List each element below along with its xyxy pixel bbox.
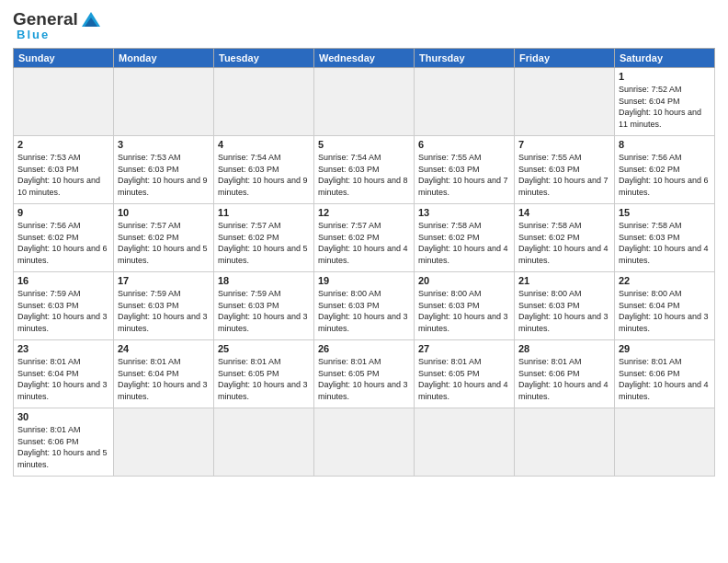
day-info: Sunrise: 7:58 AM Sunset: 6:02 PM Dayligh… [518,220,610,266]
day-cell [515,68,615,136]
day-cell: 4Sunrise: 7:54 AM Sunset: 6:03 PM Daylig… [214,136,314,204]
day-number: 1 [619,71,711,82]
day-info: Sunrise: 7:58 AM Sunset: 6:03 PM Dayligh… [619,220,711,266]
day-info: Sunrise: 7:54 AM Sunset: 6:03 PM Dayligh… [218,152,310,198]
day-cell [615,408,715,477]
col-sunday: Sunday [14,49,114,68]
day-info: Sunrise: 8:01 AM Sunset: 6:06 PM Dayligh… [518,356,610,402]
day-info: Sunrise: 8:01 AM Sunset: 6:05 PM Dayligh… [318,356,410,402]
day-cell: 14Sunrise: 7:58 AM Sunset: 6:02 PM Dayli… [515,204,615,272]
logo-area: General Blue [13,9,101,42]
col-monday: Monday [114,49,214,68]
day-cell: 27Sunrise: 8:01 AM Sunset: 6:05 PM Dayli… [415,340,515,408]
day-cell: 2Sunrise: 7:53 AM Sunset: 6:03 PM Daylig… [14,136,114,204]
day-number: 29 [619,343,711,354]
day-cell [314,68,415,136]
day-cell: 16Sunrise: 7:59 AM Sunset: 6:03 PM Dayli… [14,272,114,340]
day-info: Sunrise: 8:00 AM Sunset: 6:03 PM Dayligh… [418,288,510,334]
day-number: 10 [118,207,210,218]
day-number: 17 [118,275,210,286]
day-info: Sunrise: 7:57 AM Sunset: 6:02 PM Dayligh… [118,220,210,266]
day-cell: 17Sunrise: 7:59 AM Sunset: 6:03 PM Dayli… [114,272,214,340]
day-cell: 26Sunrise: 8:01 AM Sunset: 6:05 PM Dayli… [314,340,415,408]
day-number: 2 [17,139,109,150]
day-cell: 18Sunrise: 7:59 AM Sunset: 6:03 PM Dayli… [214,272,314,340]
day-info: Sunrise: 8:01 AM Sunset: 6:05 PM Dayligh… [218,356,310,402]
day-cell: 5Sunrise: 7:54 AM Sunset: 6:03 PM Daylig… [314,136,415,204]
day-cell: 3Sunrise: 7:53 AM Sunset: 6:03 PM Daylig… [114,136,214,204]
week-row-6: 30Sunrise: 8:01 AM Sunset: 6:06 PM Dayli… [14,408,715,477]
day-number: 8 [619,139,711,150]
day-info: Sunrise: 7:52 AM Sunset: 6:04 PM Dayligh… [619,84,711,130]
day-cell [314,408,415,477]
day-number: 6 [418,139,510,150]
week-row-2: 2Sunrise: 7:53 AM Sunset: 6:03 PM Daylig… [14,136,715,204]
week-row-1: 1Sunrise: 7:52 AM Sunset: 6:04 PM Daylig… [14,68,715,136]
day-info: Sunrise: 7:57 AM Sunset: 6:02 PM Dayligh… [218,220,310,266]
day-number: 15 [619,207,711,218]
day-number: 20 [418,275,510,286]
day-cell: 8Sunrise: 7:56 AM Sunset: 6:02 PM Daylig… [615,136,715,204]
day-info: Sunrise: 7:57 AM Sunset: 6:02 PM Dayligh… [318,220,410,266]
day-info: Sunrise: 8:01 AM Sunset: 6:06 PM Dayligh… [619,356,711,402]
day-number: 16 [17,275,109,286]
header-row: Sunday Monday Tuesday Wednesday Thursday… [14,49,715,68]
day-number: 5 [318,139,410,150]
day-cell [214,408,314,477]
day-info: Sunrise: 7:56 AM Sunset: 6:02 PM Dayligh… [619,152,711,198]
day-info: Sunrise: 7:59 AM Sunset: 6:03 PM Dayligh… [118,288,210,334]
day-info: Sunrise: 8:00 AM Sunset: 6:03 PM Dayligh… [318,288,410,334]
day-cell: 23Sunrise: 8:01 AM Sunset: 6:04 PM Dayli… [14,340,114,408]
week-row-3: 9Sunrise: 7:56 AM Sunset: 6:02 PM Daylig… [14,204,715,272]
day-number: 7 [518,139,610,150]
week-row-5: 23Sunrise: 8:01 AM Sunset: 6:04 PM Dayli… [14,340,715,408]
logo-triangle-icon [81,10,101,29]
day-number: 24 [118,343,210,354]
day-info: Sunrise: 7:58 AM Sunset: 6:02 PM Dayligh… [418,220,510,266]
day-number: 18 [218,275,310,286]
day-info: Sunrise: 8:01 AM Sunset: 6:04 PM Dayligh… [118,356,210,402]
col-wednesday: Wednesday [314,49,415,68]
day-info: Sunrise: 7:53 AM Sunset: 6:03 PM Dayligh… [17,152,109,198]
header: General Blue [13,9,715,42]
day-cell: 6Sunrise: 7:55 AM Sunset: 6:03 PM Daylig… [415,136,515,204]
day-number: 9 [17,207,109,218]
day-cell [415,68,515,136]
week-row-4: 16Sunrise: 7:59 AM Sunset: 6:03 PM Dayli… [14,272,715,340]
day-number: 25 [218,343,310,354]
page: General Blue Sunday Monday Tuesday Wedne… [0,0,728,563]
day-cell: 30Sunrise: 8:01 AM Sunset: 6:06 PM Dayli… [14,408,114,477]
day-number: 3 [118,139,210,150]
day-info: Sunrise: 8:01 AM Sunset: 6:06 PM Dayligh… [17,424,109,470]
day-cell: 15Sunrise: 7:58 AM Sunset: 6:03 PM Dayli… [615,204,715,272]
day-cell: 21Sunrise: 8:00 AM Sunset: 6:03 PM Dayli… [515,272,615,340]
day-cell: 9Sunrise: 7:56 AM Sunset: 6:02 PM Daylig… [14,204,114,272]
day-cell: 25Sunrise: 8:01 AM Sunset: 6:05 PM Dayli… [214,340,314,408]
day-cell: 10Sunrise: 7:57 AM Sunset: 6:02 PM Dayli… [114,204,214,272]
day-info: Sunrise: 7:55 AM Sunset: 6:03 PM Dayligh… [418,152,510,198]
day-number: 27 [418,343,510,354]
day-number: 19 [318,275,410,286]
day-info: Sunrise: 8:01 AM Sunset: 6:04 PM Dayligh… [17,356,109,402]
day-cell [415,408,515,477]
calendar-table: Sunday Monday Tuesday Wednesday Thursday… [13,48,715,477]
day-cell: 20Sunrise: 8:00 AM Sunset: 6:03 PM Dayli… [415,272,515,340]
day-cell: 1Sunrise: 7:52 AM Sunset: 6:04 PM Daylig… [615,68,715,136]
day-number: 14 [518,207,610,218]
day-number: 22 [619,275,711,286]
day-cell [114,408,214,477]
col-tuesday: Tuesday [214,49,314,68]
day-number: 21 [518,275,610,286]
day-cell: 13Sunrise: 7:58 AM Sunset: 6:02 PM Dayli… [415,204,515,272]
day-cell: 29Sunrise: 8:01 AM Sunset: 6:06 PM Dayli… [615,340,715,408]
col-friday: Friday [515,49,615,68]
day-info: Sunrise: 8:00 AM Sunset: 6:04 PM Dayligh… [619,288,711,334]
day-cell: 12Sunrise: 7:57 AM Sunset: 6:02 PM Dayli… [314,204,415,272]
day-cell: 7Sunrise: 7:55 AM Sunset: 6:03 PM Daylig… [515,136,615,204]
day-number: 11 [218,207,310,218]
blue-text: Blue [17,28,50,41]
day-info: Sunrise: 7:54 AM Sunset: 6:03 PM Dayligh… [318,152,410,198]
col-thursday: Thursday [415,49,515,68]
day-cell: 22Sunrise: 8:00 AM Sunset: 6:04 PM Dayli… [615,272,715,340]
day-info: Sunrise: 8:01 AM Sunset: 6:05 PM Dayligh… [418,356,510,402]
